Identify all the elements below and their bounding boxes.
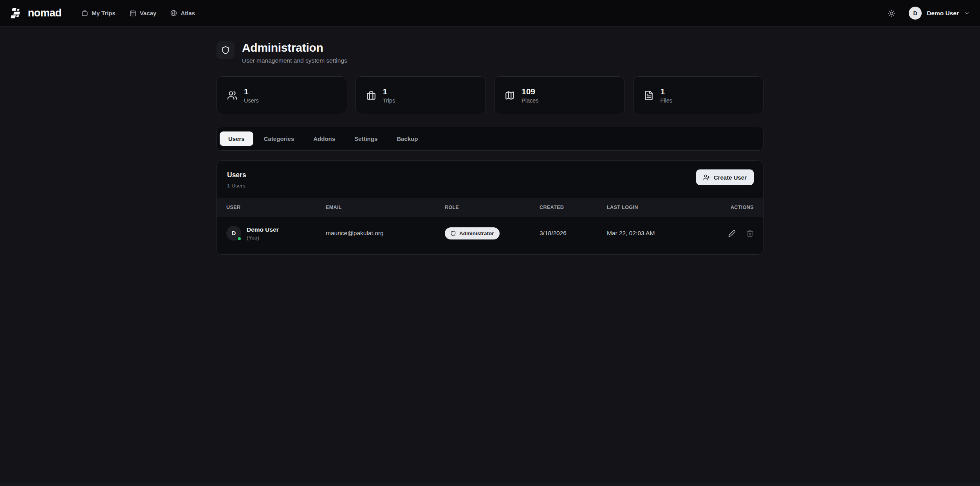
tab-settings[interactable]: Settings (346, 131, 386, 146)
stat-value: 1 (661, 87, 673, 96)
stat-label: Users (244, 97, 259, 104)
create-user-button[interactable]: Create User (696, 169, 754, 185)
tab-users[interactable]: Users (220, 131, 253, 146)
briefcase-icon (81, 10, 88, 16)
column-header-last-login: Last Login (607, 205, 701, 210)
stat-value: 1 (244, 87, 259, 96)
users-count: 1 Users (227, 183, 754, 189)
row-created: 3/18/2026 (540, 230, 607, 237)
avatar: D (226, 226, 241, 241)
nav-right: D Demo User (888, 7, 970, 20)
nav-links: My Trips Vacay Atlas (81, 10, 195, 16)
page-title: Administration (242, 41, 347, 54)
nomad-logo-icon (10, 7, 23, 20)
column-header-role: Role (445, 205, 540, 210)
actions-cell (701, 230, 754, 237)
row-last-login: Mar 22, 02:03 AM (607, 230, 701, 237)
row-email: maurice@pakulat.org (326, 230, 445, 237)
edit-user-button[interactable] (728, 230, 736, 237)
role-label: Administrator (459, 230, 494, 236)
page-subtitle: User management and system settings (242, 57, 347, 64)
top-nav: nomad My Trips Vacay Atlas D De (0, 0, 980, 27)
column-header-created: Created (540, 205, 607, 210)
tab-backup[interactable]: Backup (388, 131, 426, 146)
brand-logo[interactable]: nomad (10, 7, 61, 20)
avatar: D (909, 7, 922, 20)
page-header: Administration User management and syste… (217, 41, 763, 64)
table-row: D Demo User (You) maurice@pakulat.org Ad… (217, 217, 763, 250)
nav-item-atlas[interactable]: Atlas (170, 10, 195, 16)
calendar-icon (130, 10, 136, 16)
user-menu[interactable]: D Demo User (909, 7, 970, 20)
file-text-icon (644, 90, 654, 101)
tab-categories[interactable]: Categories (255, 131, 303, 146)
stat-label: Files (661, 97, 673, 104)
stat-label: Trips (383, 97, 395, 104)
shield-icon (217, 41, 235, 59)
stat-value: 109 (522, 87, 539, 96)
stat-card-files: 1 Files (633, 76, 764, 114)
nav-item-my-trips[interactable]: My Trips (81, 10, 116, 16)
nav-item-label: Atlas (180, 10, 195, 16)
main-content: Administration User management and syste… (217, 27, 763, 255)
online-status-dot (237, 236, 242, 241)
nav-divider (71, 9, 71, 18)
footer-strip (0, 483, 980, 486)
nav-item-vacay[interactable]: Vacay (130, 10, 157, 16)
map-icon (505, 90, 515, 101)
nav-item-label: Vacay (140, 10, 157, 16)
delete-user-button[interactable] (746, 230, 754, 237)
stat-label: Places (522, 97, 539, 104)
shield-icon (450, 230, 456, 236)
stat-value: 1 (383, 87, 395, 96)
pencil-icon (728, 230, 736, 237)
user-name: Demo User (927, 10, 959, 17)
users-panel-header: Users 1 Users Create User (217, 161, 763, 198)
briefcase-icon (366, 90, 376, 101)
create-user-label: Create User (714, 174, 747, 181)
stat-card-users: 1 Users (217, 76, 347, 114)
row-user-name: Demo User (247, 226, 279, 233)
globe-icon (170, 10, 177, 16)
theme-toggle-sun-icon[interactable] (888, 9, 895, 17)
tab-addons[interactable]: Addons (305, 131, 344, 146)
chevron-down-icon (964, 10, 970, 16)
admin-tabs: Users Categories Addons Settings Backup (217, 127, 763, 151)
user-cell: D Demo User (You) (226, 226, 326, 241)
table-header: User Email Role Created Last Login Actio… (217, 198, 763, 217)
user-plus-icon (703, 174, 710, 181)
stat-card-places: 109 Places (494, 76, 625, 114)
column-header-email: Email (326, 205, 445, 210)
stat-card-trips: 1 Trips (356, 76, 486, 114)
role-cell: Administrator (445, 227, 540, 239)
users-panel: Users 1 Users Create User User Email Rol… (217, 160, 763, 255)
role-badge: Administrator (445, 227, 500, 239)
stats-row: 1 Users 1 Trips 109 Places (217, 76, 763, 114)
nav-item-label: My Trips (92, 10, 116, 16)
users-icon (227, 90, 237, 101)
row-you-label: (You) (247, 235, 279, 241)
column-header-actions: Actions (701, 205, 754, 210)
brand-name: nomad (28, 7, 61, 19)
column-header-user: User (226, 205, 326, 210)
trash-icon (746, 230, 754, 237)
users-panel-title: Users (227, 171, 754, 179)
